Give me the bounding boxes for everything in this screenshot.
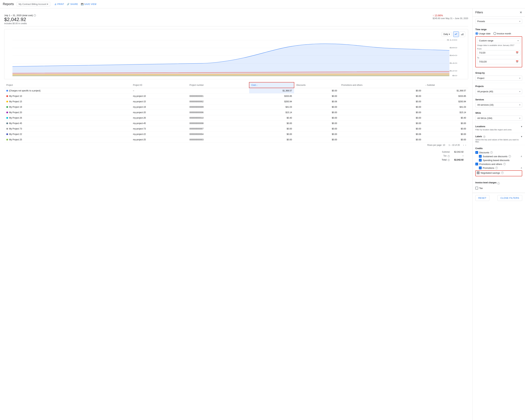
custom-range-dropdown[interactable]: Custom range ▾ (477, 38, 520, 43)
table-row: My Project 20my-project-20000000000006$1… (4, 110, 468, 115)
comparison-text: $245.60 over May 31 – June 30, 2020 (433, 17, 468, 20)
period-selector[interactable]: Daily ▾ (441, 32, 452, 36)
reset-button[interactable]: RESET (475, 195, 489, 201)
invoice-charges-help-icon[interactable]: ? (497, 182, 500, 185)
locations-header[interactable]: Locations ▾ (475, 125, 522, 128)
project-id-cell: my-project-73 (131, 126, 188, 131)
svg-text:Jul 31: Jul 31 (433, 77, 444, 77)
presets-section: Presets ▾ (473, 17, 525, 26)
discounts-cell: $0.00 (294, 115, 339, 121)
from-field: From 7/1/20 📅 (477, 48, 520, 55)
tax-checkbox[interactable] (475, 187, 478, 189)
labels-help-icon[interactable]: ? (483, 136, 485, 138)
col-project-number: Project number (188, 82, 249, 88)
sustained-use-checkbox[interactable]: ✓ (479, 155, 482, 158)
promotions-sub-help-icon[interactable]: ? (495, 167, 498, 169)
table-row: My Project 25my-project-25000000000003$0… (4, 137, 468, 142)
promotions-collapse-icon[interactable]: ∧ (521, 167, 522, 169)
usage-date-radio[interactable]: Usage date (475, 32, 491, 35)
negotiated-savings-box: ✓ Negotiated savings ? (475, 170, 522, 176)
share-button[interactable]: 🔗 SHARE (67, 3, 78, 5)
presets-dropdown[interactable]: Presets ▾ (475, 19, 522, 24)
sustained-use-help-icon[interactable]: ? (508, 155, 511, 158)
table-row: My Project 45my-project-45000000000008$0… (4, 121, 468, 126)
cost-cell: $1,368.57 (249, 88, 294, 93)
sustained-use-row: ✓ Sustained use discounts ? ∧ (479, 155, 522, 158)
svg-text:Jul 7: Jul 7 (127, 77, 135, 77)
filters-title: Filters (475, 11, 483, 14)
svg-text:$40: $40 (449, 62, 457, 64)
skus-chevron-icon: ▾ (519, 117, 520, 119)
table-row: My Project 73my-project-73000000000007$0… (4, 126, 468, 131)
filters-close-button[interactable]: ✕ (520, 10, 522, 14)
bar-chart-button[interactable] (459, 31, 465, 37)
close-filters-button[interactable]: CLOSE FILTERS (497, 195, 522, 201)
svg-text:Jul 17: Jul 17 (265, 77, 276, 77)
cost-cell: $0.00 (249, 121, 294, 126)
custom-range-label: Custom range (479, 39, 493, 42)
svg-text:$60: $60 (449, 55, 457, 56)
promotions-checkbox[interactable]: ✓ (475, 163, 478, 165)
rows-per-page-value[interactable]: 10 (443, 144, 445, 146)
svg-text:Jul 29: Jul 29 (407, 77, 418, 77)
svg-text:Jul 4: Jul 4 (63, 77, 72, 77)
tax-help-icon[interactable]: ? (448, 155, 450, 157)
tax-value: – (452, 154, 466, 158)
print-icon: 🖨 (54, 3, 57, 5)
help-icon[interactable]: ? (34, 14, 36, 17)
group-by-dropdown[interactable]: Project ▾ (475, 76, 522, 81)
spending-based-checkbox[interactable]: ✓ (479, 159, 482, 162)
page-info: 1 – 10 of 20 (449, 144, 460, 146)
promotions-cell: $0.00 (339, 137, 423, 142)
projects-dropdown[interactable]: All projects (40) ▾ (475, 89, 522, 94)
project-id-cell: – (131, 88, 188, 93)
svg-text:Jul 2: Jul 2 (21, 77, 30, 77)
discounts-checkbox[interactable]: ✓ (475, 151, 478, 154)
sustained-use-collapse-icon[interactable]: ∧ (521, 155, 522, 158)
negotiated-savings-checkbox[interactable]: ✓ (477, 171, 479, 174)
account-selector[interactable]: My Contract Billing Account ▾ (17, 2, 50, 6)
next-page-button[interactable]: › (465, 144, 466, 146)
total-help-icon[interactable]: ? (448, 159, 450, 161)
col-promotions: Promotions and others (339, 82, 423, 88)
chart-controls: Daily ▾ (7, 31, 465, 37)
discounts-cell: $0.00 (294, 104, 339, 110)
labels-title: Labels ? (475, 135, 485, 138)
invoice-month-radio[interactable]: Invoice month (493, 32, 511, 35)
negotiated-savings-help-icon[interactable]: ? (501, 172, 504, 174)
tax-row: Tax (475, 187, 522, 189)
promotions-help-icon[interactable]: ? (503, 163, 506, 165)
labels-header[interactable]: Labels ? ▾ (475, 135, 522, 138)
skus-dropdown[interactable]: All SKUs (194) ▾ (475, 116, 522, 121)
promotions-cell: $0.06 (339, 131, 423, 137)
project-cell: My Project 26 (4, 115, 131, 121)
discounts-help-icon[interactable]: ? (490, 151, 493, 154)
services-dropdown[interactable]: All services (16) ▾ (475, 102, 522, 107)
print-button[interactable]: 🖨 PRINT (54, 3, 64, 5)
discounts-label: Discounts (479, 151, 489, 154)
subtotal-cell: $283.94 (423, 99, 468, 104)
project-number-cell (188, 88, 249, 93)
promotions-sub-label: Promotions (483, 167, 494, 169)
usage-date-radio-circle (475, 32, 478, 35)
svg-text:Jul 5: Jul 5 (84, 77, 93, 77)
project-cell: My Project 22 (4, 131, 131, 137)
invoice-month-label: Invoice month (497, 32, 511, 35)
promotions-sub-checkbox[interactable]: ✓ (479, 167, 482, 169)
prev-page-button[interactable]: ‹ (463, 144, 464, 146)
locations-section: Locations ▾ Filter by location data like… (473, 123, 525, 133)
locations-desc: Filter by location data like region and … (475, 129, 522, 131)
to-date-input[interactable]: 7/31/20 📅 (477, 59, 520, 64)
credits-info: includes $0.00 in credits (4, 22, 36, 25)
line-chart-button[interactable] (453, 31, 459, 37)
svg-text:Jul 25: Jul 25 (359, 77, 371, 77)
col-cost[interactable]: Cost ↓ (249, 82, 294, 88)
cost-cell: $0.00 (249, 126, 294, 131)
subtotal-cell: $0.00 (423, 126, 468, 131)
from-date-input[interactable]: 7/1/20 📅 (477, 50, 520, 55)
save-view-button[interactable]: 💾 SAVE VIEW (81, 3, 96, 5)
change-percent: ↑ 13.66% (433, 14, 468, 17)
project-id-cell: my-project-25 (131, 137, 188, 142)
cost-cell: $283.94 (249, 99, 294, 104)
svg-rect-2 (463, 33, 463, 35)
